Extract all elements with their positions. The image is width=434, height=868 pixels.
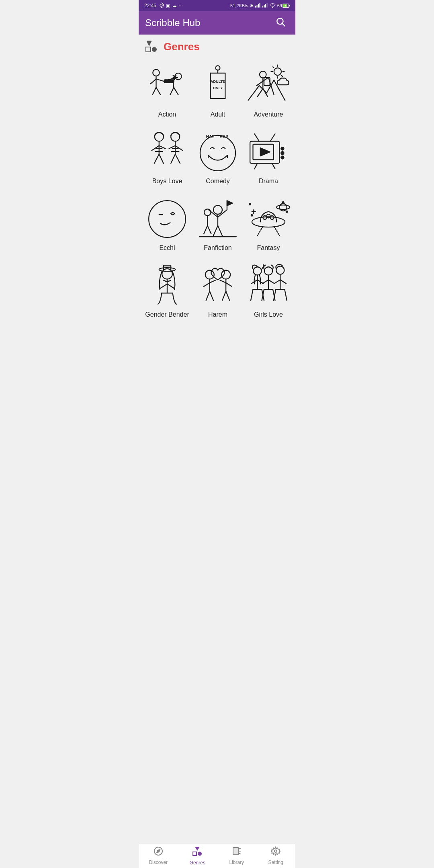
svg-point-89 [149, 201, 186, 237]
svg-line-26 [156, 88, 161, 95]
svg-text:HA!!: HA!! [206, 135, 215, 139]
genre-label-boys-love: Boys Love [152, 178, 182, 185]
genre-item-comedy[interactable]: HA!! HA!! Comedy [192, 124, 243, 190]
genre-label-action: Action [158, 111, 176, 118]
genre-item-boys-love[interactable]: Boys Love [142, 124, 192, 190]
svg-line-17 [283, 24, 285, 26]
genre-label-harem: Harem [208, 311, 227, 318]
svg-point-50 [260, 71, 266, 78]
genre-item-ecchi[interactable]: Ecchi [142, 190, 192, 257]
svg-rect-1 [255, 6, 256, 7]
svg-rect-6 [264, 5, 264, 7]
svg-rect-8 [266, 3, 267, 8]
svg-line-25 [152, 88, 156, 95]
status-left: 22:45 ▣ ☁ ··· [144, 2, 183, 9]
svg-line-81 [254, 164, 257, 169]
svg-point-121 [276, 266, 284, 274]
boys-love-icon [145, 130, 189, 174]
svg-text:ADULTS: ADULTS [211, 80, 225, 84]
wifi-icon [270, 3, 276, 8]
genre-item-adult[interactable]: ADULTS ONLY Adult [192, 57, 243, 124]
svg-text:HA!!: HA!! [220, 135, 228, 139]
svg-line-94 [213, 226, 218, 236]
signal-bars2-icon [262, 3, 268, 8]
battery-icon: 69 [277, 3, 290, 8]
genre-label-comedy: Comedy [206, 178, 230, 185]
genre-label-drama: Drama [259, 178, 278, 185]
svg-point-9 [272, 7, 273, 8]
svg-point-118 [221, 270, 230, 279]
svg-line-83 [254, 134, 259, 141]
svg-rect-2 [256, 5, 257, 7]
genre-label-adventure: Adventure [254, 111, 283, 118]
svg-point-88 [281, 156, 284, 159]
svg-line-84 [270, 134, 275, 141]
main-content: Genres [139, 35, 295, 352]
sim-icon: ▣ [166, 3, 170, 8]
svg-point-113 [159, 268, 175, 271]
genre-item-fanfiction[interactable]: Fanfiction [192, 190, 243, 257]
svg-line-63 [159, 154, 164, 164]
svg-marker-18 [147, 41, 151, 46]
svg-marker-93 [227, 201, 233, 206]
svg-line-95 [218, 226, 222, 236]
svg-line-71 [175, 154, 180, 164]
svg-line-54 [268, 78, 274, 95]
svg-line-30 [170, 88, 174, 95]
genre-item-drama[interactable]: Drama [243, 124, 294, 190]
svg-line-49 [281, 75, 283, 76]
svg-point-0 [160, 4, 162, 6]
svg-rect-7 [265, 4, 266, 7]
adventure-icon [246, 63, 291, 108]
svg-point-112 [162, 269, 172, 279]
genre-item-harem[interactable]: Harem [192, 257, 243, 324]
ecchi-icon [145, 197, 189, 241]
svg-point-86 [281, 147, 284, 150]
more-icon: ··· [179, 3, 183, 8]
genre-item-gender-bender[interactable]: Gender Bender [142, 257, 192, 324]
svg-line-23 [151, 79, 156, 84]
svg-point-104 [249, 204, 251, 205]
svg-point-106 [286, 211, 288, 213]
app-title: Scribble Hub [145, 17, 200, 29]
svg-line-60 [152, 146, 159, 151]
svg-point-117 [205, 270, 214, 279]
cloud-icon: ☁ [172, 3, 177, 8]
svg-rect-11 [283, 4, 287, 7]
gender-bender-icon [145, 264, 189, 308]
status-bar: 22:45 ▣ ☁ ··· 51,2KB/s ✱ [139, 0, 295, 11]
svg-line-24 [156, 79, 164, 82]
svg-point-87 [281, 151, 284, 154]
genre-item-action[interactable]: Action [142, 57, 192, 124]
genre-label-gender-bender: Gender Bender [145, 311, 189, 318]
fantasy-icon [246, 197, 291, 241]
bluetooth-icon: ✱ [250, 3, 254, 8]
svg-point-20 [152, 47, 157, 52]
adult-icon: ADULTS ONLY [196, 63, 240, 108]
genre-item-girls-love[interactable]: Girls Love [243, 257, 294, 324]
svg-rect-12 [289, 5, 290, 7]
fanfiction-icon [196, 197, 240, 241]
svg-rect-5 [262, 6, 263, 7]
genre-label-adult: Adult [211, 111, 225, 118]
genre-label-girls-love: Girls Love [254, 311, 283, 318]
signal-icon [158, 2, 164, 9]
genre-label-ecchi: Ecchi [159, 244, 175, 252]
svg-point-101 [263, 216, 266, 219]
svg-point-91 [213, 205, 222, 214]
comedy-icon: HA!! HA!! [196, 130, 240, 174]
network-speed: 51,2KB/s [230, 3, 248, 8]
genre-item-fantasy[interactable]: Fantasy [243, 190, 294, 257]
search-button[interactable] [272, 13, 289, 33]
girls-love-icon [246, 264, 291, 308]
svg-line-98 [207, 226, 211, 234]
genre-item-adventure[interactable]: Adventure [243, 57, 294, 124]
svg-rect-3 [258, 4, 259, 7]
harem-icon [196, 264, 240, 308]
app-bar: Scribble Hub [139, 11, 295, 35]
svg-point-102 [266, 214, 270, 218]
page-title: Genres [164, 41, 200, 53]
status-right: 51,2KB/s ✱ [230, 3, 290, 8]
svg-point-109 [276, 205, 290, 209]
svg-line-52 [257, 81, 263, 86]
